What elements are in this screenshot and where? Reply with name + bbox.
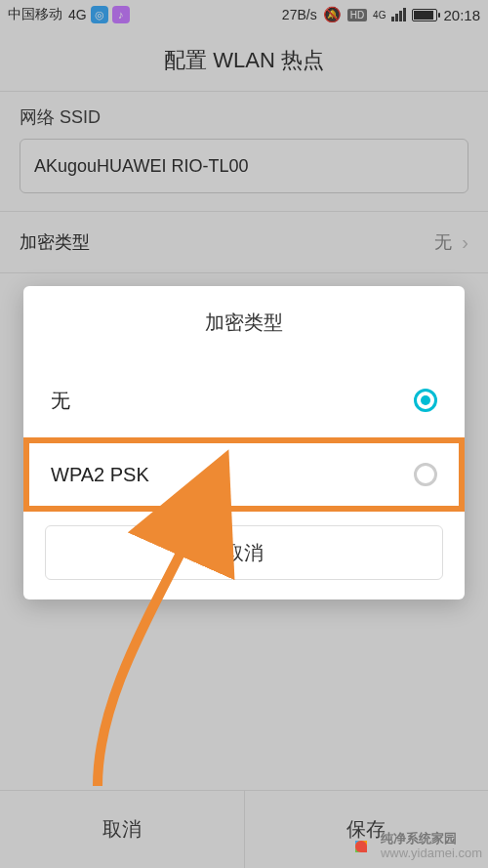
watermark-text: 纯净系统家园 www.yidamei.com	[381, 832, 482, 860]
dialog-cancel-button[interactable]: 取消	[45, 525, 443, 580]
watermark-line2: www.yidamei.com	[381, 846, 482, 860]
option-wpa2psk[interactable]: WPA2 PSK	[23, 437, 465, 512]
encryption-dialog: 加密类型 无 WPA2 PSK 取消	[23, 286, 465, 599]
dialog-title: 加密类型	[23, 286, 465, 363]
option-none-label: 无	[51, 388, 70, 414]
option-wpa2psk-label: WPA2 PSK	[51, 464, 149, 486]
radio-unselected-icon	[414, 463, 437, 486]
watermark: 纯净系统家园 www.yidamei.com	[347, 832, 482, 860]
watermark-line1: 纯净系统家园	[381, 831, 457, 846]
option-none[interactable]: 无	[23, 363, 465, 437]
dialog-actions: 取消	[23, 512, 465, 580]
watermark-logo-icon	[347, 833, 375, 860]
screen: 中国移动 4G ◎ ♪ 27B/s 🔕 HD 4G 20:18 配置 WLAN …	[0, 0, 488, 868]
radio-selected-icon	[414, 389, 437, 412]
